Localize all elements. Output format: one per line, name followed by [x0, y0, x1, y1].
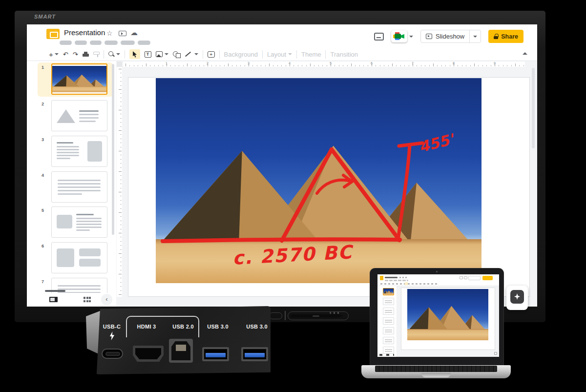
mini-meet-icon: [464, 276, 467, 279]
insert-shape-button[interactable]: [173, 51, 180, 58]
theme-button[interactable]: Theme: [301, 51, 321, 58]
filmstrip-scrollbar[interactable]: [112, 64, 114, 235]
laptop: [359, 263, 513, 381]
stylus-pen[interactable]: [291, 314, 343, 318]
zoom-button[interactable]: [108, 51, 120, 57]
menu-pill[interactable]: [75, 41, 87, 45]
insert-image-button[interactable]: [156, 51, 168, 57]
mini-thumbnail: [383, 337, 394, 344]
share-label: Share: [501, 33, 518, 40]
laptop-base: [361, 365, 511, 378]
ink-height-label: 455': [417, 130, 457, 156]
menu-bar-placeholder: [60, 41, 150, 45]
hide-menus-button[interactable]: [523, 52, 527, 55]
insert-line-button[interactable]: [185, 53, 198, 55]
new-slide-button[interactable]: +: [49, 50, 59, 59]
comment-history-icon[interactable]: [374, 33, 384, 41]
hdmi-usb-group-bracket: [126, 316, 199, 337]
smart-ink-widget-card: [506, 286, 528, 310]
mini-document-title: [385, 277, 398, 278]
slideshow-label: Slideshow: [436, 33, 464, 40]
filmstrip-hscrollbar[interactable]: [45, 290, 65, 292]
thumbnail-preview[interactable]: [51, 242, 107, 273]
thumbnail-preview[interactable]: [51, 171, 107, 203]
usb3-label-2: USB 3.0: [246, 324, 268, 330]
canvas-scrollbar[interactable]: [532, 68, 535, 148]
meet-button[interactable]: [391, 30, 413, 42]
thumbnail-preview[interactable]: [51, 206, 107, 238]
insert-comment-button[interactable]: +: [208, 51, 215, 58]
mini-slideshow-button: [468, 276, 481, 280]
usb-a-3-port: [202, 347, 229, 361]
mini-slides-icon: [380, 276, 383, 280]
slide-thumbnail-6[interactable]: 6: [38, 241, 113, 275]
move-folder-icon[interactable]: [119, 31, 126, 36]
slide-number: 7: [42, 279, 44, 284]
document-title[interactable]: Presentation: [64, 28, 105, 37]
menu-pill[interactable]: [90, 41, 102, 45]
undo-button[interactable]: ↶: [63, 51, 68, 58]
mini-menu-bar: [385, 280, 408, 281]
laptop-keyboard: [375, 366, 497, 372]
print-button[interactable]: [83, 52, 89, 57]
smart-ink-widget-button[interactable]: [510, 290, 524, 304]
laptop-screen: [377, 274, 499, 357]
vertical-ruler: [117, 67, 122, 297]
menu-pill[interactable]: [138, 41, 150, 45]
thumbnail-preview[interactable]: [51, 100, 107, 131]
smart-ink-annotations: 455' c. 2570 BC: [156, 78, 481, 283]
layout-button[interactable]: Layout: [267, 51, 292, 58]
lock-icon: [494, 34, 498, 39]
google-slides-icon[interactable]: [46, 29, 60, 39]
mini-comment-icon: [460, 276, 463, 279]
pyramids-photo[interactable]: 455' c. 2570 BC: [156, 78, 481, 283]
paint-format-button[interactable]: [93, 52, 99, 57]
slide-thumbnail-4[interactable]: 4: [38, 170, 113, 205]
mini-canvas: [397, 286, 499, 357]
slide-number: 2: [42, 102, 44, 106]
usb3-label-1: USB 3.0: [207, 324, 229, 330]
usb-c-label: USB-C: [103, 324, 121, 330]
mini-thumbnail: [383, 298, 394, 305]
slide-number: 1: [42, 65, 44, 70]
ink-triangle-right: [332, 149, 399, 240]
power-delivery-bolt-icon: [109, 331, 115, 340]
share-button[interactable]: Share: [488, 30, 523, 43]
hdmi-port: [133, 346, 164, 362]
slide-thumbnail-2[interactable]: 2: [38, 99, 113, 133]
transition-button[interactable]: Transition: [330, 51, 358, 58]
select-tool-button[interactable]: [129, 49, 140, 59]
slide-thumbnail-1[interactable]: 1: [38, 62, 113, 97]
background-button[interactable]: Background: [224, 51, 258, 58]
slide-number: 3: [42, 137, 44, 142]
slide-number: 6: [42, 244, 44, 248]
mini-thumbnail: [383, 347, 394, 354]
horizontal-ruler: 1 2 3 4 5 6 7 8 9: [123, 62, 525, 67]
laptop-camera: [436, 271, 438, 272]
mini-view-switcher: [379, 354, 394, 356]
mini-filmstrip: [377, 286, 397, 357]
slide-thumbnail-3[interactable]: 3: [38, 135, 113, 169]
panel-face: USB-C HDMI 3 USB 2.0 USB 3.0 USB 3.0: [96, 306, 271, 374]
collapse-filmstrip-button[interactable]: ‹: [101, 294, 112, 305]
usb-b-port: [169, 339, 193, 363]
slide-thumbnail-5[interactable]: 5: [38, 206, 113, 240]
mini-share-button: [482, 276, 493, 280]
redo-button[interactable]: ↷: [73, 51, 78, 58]
slideshow-options-dropdown[interactable]: [470, 36, 481, 38]
view-switcher-bar: ‹: [27, 293, 116, 307]
slideshow-button[interactable]: Slideshow: [420, 30, 481, 43]
mini-toolbar: [377, 282, 499, 286]
menu-pill[interactable]: [105, 41, 118, 45]
menu-pill[interactable]: [121, 41, 135, 45]
chevron-down-icon[interactable]: [409, 36, 413, 38]
filmstrip-view-icon[interactable]: [49, 297, 58, 302]
pen-tray-slot: [269, 312, 282, 319]
usb-a-3-port: [241, 347, 268, 361]
thumbnail-preview[interactable]: [51, 63, 107, 95]
thumbnail-preview[interactable]: [51, 136, 107, 167]
grid-view-icon[interactable]: [84, 297, 91, 302]
text-box-button[interactable]: T: [145, 51, 151, 58]
star-icon[interactable]: ☆: [106, 29, 113, 37]
menu-pill[interactable]: [60, 41, 72, 45]
